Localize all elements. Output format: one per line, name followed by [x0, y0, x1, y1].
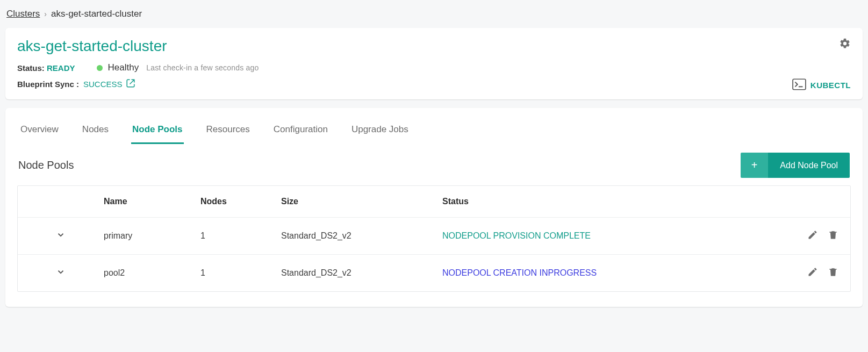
blueprint-sync-value[interactable]: SUCCESS	[83, 78, 135, 90]
cell-name: primary	[104, 231, 200, 241]
status-label: Status:	[17, 63, 45, 73]
tab-node-pools[interactable]: Node Pools	[131, 119, 184, 144]
cell-status: NODEPOOL PROVISION COMPLETE	[442, 231, 780, 241]
table-row: primary 1 Standard_DS2_v2 NODEPOOL PROVI…	[18, 217, 850, 254]
cell-size: Standard_DS2_v2	[281, 231, 442, 241]
tabs: Overview Nodes Node Pools Resources Conf…	[17, 114, 851, 144]
plus-icon: +	[741, 153, 769, 178]
health-dot-icon	[97, 65, 103, 71]
kubectl-label: KUBECTL	[810, 81, 851, 90]
cluster-title: aks-get-started-cluster	[17, 38, 167, 55]
tab-resources[interactable]: Resources	[205, 119, 251, 144]
svg-rect-0	[793, 79, 806, 90]
col-status: Status	[442, 197, 780, 206]
breadcrumb: Clusters › aks-get-started-cluster	[5, 5, 863, 28]
tab-nodes[interactable]: Nodes	[81, 119, 110, 144]
cell-size: Standard_DS2_v2	[281, 268, 442, 278]
breadcrumb-root-link[interactable]: Clusters	[6, 9, 40, 19]
last-checkin-text: Last check-in a few seconds ago	[146, 63, 259, 72]
health-text: Healthy	[108, 62, 139, 73]
breadcrumb-current: aks-get-started-cluster	[51, 9, 142, 19]
section-title: Node Pools	[18, 159, 74, 171]
tab-configuration[interactable]: Configuration	[272, 119, 329, 144]
tab-upgrade-jobs[interactable]: Upgrade Jobs	[350, 119, 410, 144]
status-value: READY	[47, 63, 75, 73]
terminal-icon	[792, 78, 806, 92]
cell-name: pool2	[104, 268, 200, 278]
col-name: Name	[104, 197, 200, 206]
tab-overview[interactable]: Overview	[19, 119, 60, 144]
blueprint-sync-status: SUCCESS	[83, 80, 123, 89]
delete-icon[interactable]	[828, 267, 838, 279]
blueprint-sync-label: Blueprint Sync :	[17, 80, 79, 89]
cell-status: NODEPOOL CREATION INPROGRESS	[442, 268, 780, 278]
table-header: Name Nodes Size Status	[18, 186, 850, 217]
expand-row-icon[interactable]	[56, 230, 66, 242]
edit-icon[interactable]	[807, 267, 818, 279]
expand-row-icon[interactable]	[56, 267, 66, 279]
add-node-pool-label: Add Node Pool	[768, 153, 850, 178]
kubectl-button[interactable]: KUBECTL	[792, 78, 851, 92]
node-pools-table: Name Nodes Size Status primary 1 Standar…	[17, 185, 851, 292]
col-size: Size	[281, 197, 442, 206]
breadcrumb-separator: ›	[44, 10, 47, 18]
add-node-pool-button[interactable]: + Add Node Pool	[741, 153, 850, 178]
gear-icon[interactable]	[839, 38, 851, 51]
main-card: Overview Nodes Node Pools Resources Conf…	[5, 108, 863, 307]
delete-icon[interactable]	[828, 229, 838, 242]
external-link-icon[interactable]	[126, 78, 135, 90]
table-row: pool2 1 Standard_DS2_v2 NODEPOOL CREATIO…	[18, 254, 850, 291]
cell-nodes: 1	[200, 268, 281, 278]
col-nodes: Nodes	[200, 197, 281, 206]
edit-icon[interactable]	[807, 229, 818, 242]
cluster-header-card: aks-get-started-cluster Status: READY He…	[5, 28, 863, 99]
cell-nodes: 1	[200, 231, 281, 241]
